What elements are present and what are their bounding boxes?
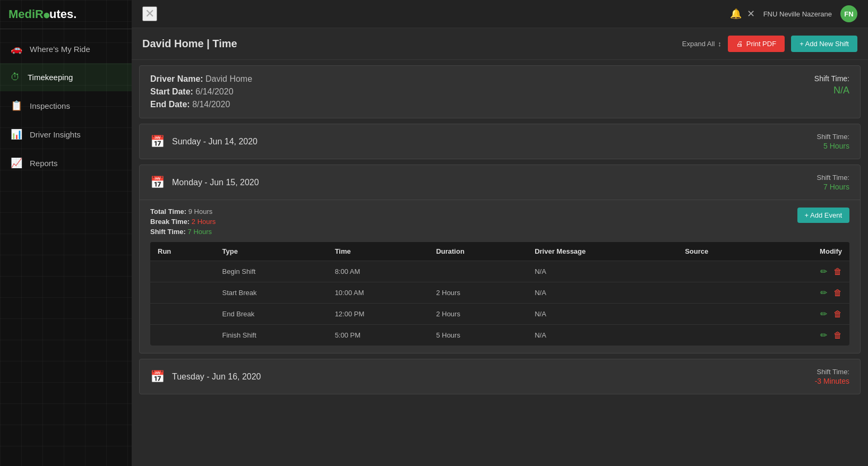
day-title-tuesday: Tuesday - Jun 16, 2020 <box>172 372 261 382</box>
cell-type-2: End Break <box>215 304 328 325</box>
sidebar-item-wheres-my-ride[interactable]: 🚗 Where's My Ride <box>0 34 132 63</box>
cell-time-1: 10:00 AM <box>328 282 429 304</box>
cell-time-3: 5:00 PM <box>328 325 429 346</box>
day-title-monday: Monday - Jun 15, 2020 <box>172 178 259 187</box>
delete-icon-2[interactable]: 🗑 <box>833 309 842 318</box>
day-card-monday: 📅 Monday - Jun 15, 2020 Shift Time: 7 Ho… <box>139 165 861 353</box>
start-date-label: Start Date: <box>150 87 193 96</box>
day-header-sunday[interactable]: 📅 Sunday - Jun 14, 2020 Shift Time: 5 Ho… <box>140 124 860 159</box>
events-table: Run Type Time Duration Driver Message So… <box>150 242 849 346</box>
driver-info-card: Driver Name: David Home Start Date: 6/14… <box>139 65 861 118</box>
cell-source-3 <box>677 325 764 346</box>
cell-modify-1: ✏ 🗑 <box>765 282 849 304</box>
main-content: ✕ 🔔 ✕ FNU Neville Nazerane FN David Home… <box>132 0 868 466</box>
page-header: David Home | Time Expand All ↕ 🖨 Print P… <box>132 28 868 60</box>
edit-icon-3[interactable]: ✏ <box>820 331 827 340</box>
day-header-tuesday[interactable]: 📅 Tuesday - Jun 16, 2020 Shift Time: -3 … <box>140 359 860 394</box>
driver-info-left: Driver Name: David Home Start Date: 6/14… <box>150 74 252 109</box>
shift-time-label: Shift Time: <box>814 74 849 83</box>
close-circle-icon[interactable]: ✕ <box>747 8 755 20</box>
day-shift-sunday: Shift Time: 5 Hours <box>817 133 849 150</box>
end-date-value: 8/14/2020 <box>192 100 230 109</box>
cell-duration-3: 5 Hours <box>428 325 527 346</box>
page-title: David Home | Time <box>142 38 237 50</box>
sort-icon: ↕ <box>718 40 721 48</box>
expand-all-button[interactable]: Expand All ↕ <box>682 40 721 48</box>
delete-icon-0[interactable]: 🗑 <box>833 267 842 276</box>
app-logo: MediR⬤utes. <box>0 0 132 29</box>
sidebar-item-timekeeping[interactable]: ⏱ Timekeeping <box>0 63 132 91</box>
user-name: FNU Neville Nazerane <box>763 10 832 18</box>
day-shift-val-monday: 7 Hours <box>817 183 849 191</box>
total-time-row: Total Time: 9 Hours <box>150 208 849 215</box>
driver-name-label: Driver Name: <box>150 74 203 83</box>
calendar-icon-monday: 📅 <box>150 176 165 189</box>
day-shift-monday: Shift Time: 7 Hours <box>817 174 849 191</box>
events-table-header: Run Type Time Duration Driver Message So… <box>150 242 849 261</box>
cell-driver-message-3: N/A <box>527 325 677 346</box>
cell-run-0 <box>150 261 215 282</box>
calendar-icon-sunday: 📅 <box>150 135 165 149</box>
day-header-monday[interactable]: 📅 Monday - Jun 15, 2020 Shift Time: 7 Ho… <box>140 165 860 200</box>
cell-type-0: Begin Shift <box>215 261 328 282</box>
notification-icon[interactable]: 🔔 <box>730 8 742 20</box>
cell-modify-3: ✏ 🗑 <box>765 325 849 346</box>
close-button[interactable]: ✕ <box>142 6 157 21</box>
day-card-sunday: 📅 Sunday - Jun 14, 2020 Shift Time: 5 Ho… <box>139 124 861 159</box>
edit-icon-0[interactable]: ✏ <box>820 267 827 276</box>
topbar-right: 🔔 ✕ FNU Neville Nazerane FN <box>730 5 857 22</box>
add-event-button[interactable]: + Add Event <box>797 208 849 223</box>
content-area: David Home | Time Expand All ↕ 🖨 Print P… <box>132 28 868 466</box>
day-shift-val-sunday: 5 Hours <box>817 142 849 150</box>
day-shift-label-monday: Shift Time: <box>817 174 849 182</box>
col-time: Time <box>328 242 429 261</box>
topbar: ✕ 🔔 ✕ FNU Neville Nazerane FN <box>132 0 868 28</box>
col-modify: Modify <box>765 242 849 261</box>
day-content-monday: + Add Event Total Time: 9 Hours Break Ti… <box>140 200 860 353</box>
sidebar-label-inspections: Inspections <box>30 101 70 110</box>
expand-all-label: Expand All <box>682 40 715 48</box>
cell-driver-message-2: N/A <box>527 304 677 325</box>
cell-run-2 <box>150 304 215 325</box>
add-new-shift-label: + Add New Shift <box>800 40 849 48</box>
edit-icon-2[interactable]: ✏ <box>820 309 827 318</box>
day-shift-label-tuesday: Shift Time: <box>815 368 849 376</box>
cell-type-3: Finish Shift <box>215 325 328 346</box>
sidebar-item-driver-insights[interactable]: 📊 Driver Insights <box>0 120 132 149</box>
cell-time-0: 8:00 AM <box>328 261 429 282</box>
reports-icon: 📈 <box>11 157 22 169</box>
col-type: Type <box>215 242 328 261</box>
calendar-icon-tuesday: 📅 <box>150 370 165 384</box>
delete-icon-3[interactable]: 🗑 <box>833 331 842 340</box>
print-icon: 🖨 <box>736 40 743 48</box>
add-new-shift-button[interactable]: + Add New Shift <box>791 36 857 52</box>
delete-icon-1[interactable]: 🗑 <box>833 288 842 297</box>
day-card-tuesday: 📅 Tuesday - Jun 16, 2020 Shift Time: -3 … <box>139 359 861 394</box>
clock-icon: ⏱ <box>11 72 20 83</box>
shift-time-summary-row: Shift Time: 7 Hours <box>150 228 849 236</box>
table-row: Start Break 10:00 AM 2 Hours N/A ✏ 🗑 <box>150 282 849 304</box>
cell-duration-0 <box>428 261 527 282</box>
cell-duration-1: 2 Hours <box>428 282 527 304</box>
cell-driver-message-1: N/A <box>527 282 677 304</box>
sidebar-item-inspections[interactable]: 📋 Inspections <box>0 91 132 120</box>
day-shift-tuesday: Shift Time: -3 Minutes <box>815 368 849 385</box>
edit-icon-1[interactable]: ✏ <box>820 288 827 297</box>
end-date-label: End Date: <box>150 100 190 109</box>
sidebar-label-reports: Reports <box>30 159 58 168</box>
topbar-icons: 🔔 ✕ <box>730 8 755 20</box>
print-pdf-button[interactable]: 🖨 Print PDF <box>728 36 785 52</box>
cell-modify-0: ✏ 🗑 <box>765 261 849 282</box>
sidebar: MediR⬤utes. 🚗 Where's My Ride ⏱ Timekeep… <box>0 0 132 466</box>
driver-name-row: Driver Name: David Home <box>150 74 252 84</box>
day-shift-label-sunday: Shift Time: <box>817 133 849 141</box>
table-row: Finish Shift 5:00 PM 5 Hours N/A ✏ 🗑 <box>150 325 849 346</box>
cell-source-2 <box>677 304 764 325</box>
end-date-row: End Date: 8/14/2020 <box>150 100 252 109</box>
chart-icon: 📊 <box>11 128 22 140</box>
cell-modify-2: ✏ 🗑 <box>765 304 849 325</box>
cell-driver-message-0: N/A <box>527 261 677 282</box>
cell-time-2: 12:00 PM <box>328 304 429 325</box>
sidebar-item-reports[interactable]: 📈 Reports <box>0 149 132 177</box>
cell-run-3 <box>150 325 215 346</box>
